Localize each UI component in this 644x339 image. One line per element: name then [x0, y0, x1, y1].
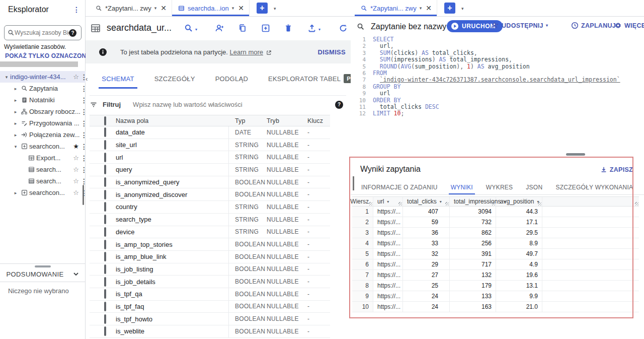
sql-line[interactable]: 7 `indigo-winter-434c726371387.searchcon… — [351, 77, 644, 83]
help-badge-icon[interactable]: ? — [69, 29, 76, 37]
sort-caret-icon[interactable]: ▾ — [387, 199, 389, 204]
search-box[interactable]: ? — [4, 25, 82, 40]
new-tab-button[interactable]: + — [257, 3, 268, 14]
tree-item-notatniki[interactable]: ▸Notatniki⋮ — [0, 94, 86, 106]
tab-query-unsaved[interactable]: *Zapytani... zwy ▾ ✕ — [355, 0, 437, 16]
sql-line[interactable]: 1SELECT — [351, 36, 644, 43]
row-checkbox[interactable] — [104, 202, 106, 212]
row-checkbox[interactable] — [104, 165, 106, 174]
more-vert-icon[interactable]: ⋮ — [73, 7, 78, 12]
row-checkbox[interactable] — [104, 314, 106, 324]
view-tab-szczeg-y[interactable]: SZCZEGÓŁY — [154, 69, 195, 89]
row-checkbox[interactable] — [104, 215, 106, 224]
row-checkbox[interactable] — [104, 289, 106, 299]
tree-item-export-[interactable]: Export...☆⋮ — [0, 152, 86, 164]
expand-arrow-icon[interactable]: ▾ — [3, 75, 10, 80]
export-icon[interactable] — [307, 24, 316, 33]
sql-line[interactable]: 9 url — [351, 90, 644, 97]
sql-line[interactable]: 6FROM — [351, 70, 644, 77]
results-tab-json[interactable]: JSON — [526, 180, 542, 195]
collapse-arrow-icon[interactable]: ▸ — [12, 121, 19, 126]
search-in-table-icon[interactable] — [184, 24, 193, 33]
row-checkbox[interactable] — [104, 127, 106, 137]
results-scrollbar[interactable] — [353, 176, 354, 190]
collapse-arrow-icon[interactable]: ▸ — [12, 98, 19, 103]
search-caret-icon[interactable]: ▾ — [195, 27, 197, 32]
tree-item-searchcon-[interactable]: ▾searchcon...★⋮ — [0, 141, 86, 152]
col-header-total_clicks[interactable]: total_clicks▾ — [403, 197, 450, 206]
col-resize-handle[interactable] — [635, 202, 638, 206]
sql-line[interactable]: 12LIMIT 10; — [351, 110, 644, 117]
close-icon[interactable]: ✕ — [426, 4, 432, 12]
sql-line[interactable]: 5 ROUND(AVG(sum_position), 1) AS avg_pos… — [351, 63, 644, 70]
results-resize-handle[interactable] — [566, 153, 585, 156]
dismiss-button[interactable]: DISMISS — [317, 48, 346, 56]
sql-line[interactable]: 10ORDER BY — [351, 97, 644, 104]
tab-caret-icon[interactable]: ▾ — [154, 6, 157, 11]
row-checkbox[interactable] — [104, 302, 106, 311]
row-checkbox[interactable] — [104, 140, 106, 150]
tabbar-caret-icon[interactable]: ▾ — [274, 6, 276, 16]
show-starred-link[interactable]: POKAŻ TYLKO OZNACZONE G — [5, 52, 97, 59]
share-person-add-icon[interactable] — [214, 24, 224, 33]
more-vert-icon[interactable]: ⋮ — [80, 86, 86, 91]
collapse-arrow-icon[interactable]: ▸ — [12, 109, 19, 114]
col-header-url[interactable]: url▾ — [373, 197, 403, 206]
tree-item-po-czenia-zew-[interactable]: ▸Połączenia zew...⋮ — [0, 129, 86, 141]
select-all-checkbox[interactable] — [104, 116, 106, 125]
collapse-arrow-icon[interactable]: ▸ — [12, 132, 19, 138]
row-checkbox[interactable] — [104, 177, 106, 187]
star-icon[interactable]: ☆ — [71, 166, 80, 173]
col-resize-handle[interactable] — [445, 202, 449, 206]
more-vert-icon[interactable]: ⋮ — [80, 121, 86, 126]
export-caret-icon[interactable]: ▾ — [318, 27, 320, 32]
tree-item-indigo-winter-434-[interactable]: ▾indigo-winter-434...☆⋮ — [0, 71, 86, 83]
tree-item-search-[interactable]: search...☆⋮ — [0, 164, 86, 175]
row-checkbox[interactable] — [104, 190, 106, 199]
chevron-left-icon[interactable]: ‹ — [86, 75, 88, 83]
tab-table-searchdata[interactable]: searchda...ion ▾ ✕ — [172, 0, 250, 16]
refresh-icon[interactable] — [339, 24, 348, 33]
more-vert-icon[interactable]: ⋮ — [80, 156, 86, 161]
results-tab-wyniki[interactable]: WYNIKI — [451, 180, 473, 195]
tree-item-search-[interactable]: search...☆⋮ — [0, 175, 86, 187]
close-icon[interactable]: ✕ — [160, 4, 167, 12]
col-header-total_impressions[interactable]: total_impressions▾ — [450, 197, 496, 206]
row-checkbox[interactable] — [104, 240, 106, 249]
more-vert-icon[interactable]: ⋮ — [80, 132, 86, 138]
results-tab-wykres[interactable]: WYKRES — [486, 180, 513, 195]
share-button[interactable]: UDOSTĘPNIJ ▾ — [491, 22, 548, 29]
collapse-arrow-icon[interactable]: ▸ — [12, 190, 19, 195]
collapse-arrow-icon[interactable]: ▸ — [12, 86, 19, 91]
results-tab-informacje-o-zadaniu[interactable]: INFORMACJE O ZADANIU — [361, 180, 438, 195]
row-checkbox[interactable] — [104, 277, 106, 287]
star-icon[interactable]: ★ — [71, 143, 80, 150]
star-icon[interactable]: ☆ — [71, 189, 80, 196]
row-checkbox[interactable] — [104, 252, 106, 261]
close-icon[interactable]: ✕ — [238, 4, 244, 12]
help-icon[interactable]: ? — [335, 101, 343, 109]
sql-line[interactable]: 11 total_clicks DESC — [351, 104, 644, 110]
more-vert-icon[interactable]: ⋮ — [80, 75, 86, 80]
filter-input[interactable] — [133, 101, 274, 108]
view-tab-podgl-d[interactable]: PODGLĄD — [215, 69, 248, 89]
col-resize-handle[interactable] — [369, 202, 372, 206]
more-vert-icon[interactable]: ⋮ — [80, 109, 86, 114]
tab-caret-icon[interactable]: ▾ — [232, 6, 234, 11]
view-tab-schemat[interactable]: SCHEMAT — [102, 69, 134, 89]
tree-item-przygotowania-[interactable]: ▸Przygotowania ...⋮ — [0, 117, 86, 129]
tree-item-searchcon-[interactable]: ▸searchcon...☆⋮ — [0, 187, 86, 198]
col-header-avg_position[interactable]: avg_position▾ — [496, 197, 542, 206]
star-icon[interactable]: ☆ — [71, 154, 80, 162]
col-resize-handle[interactable] — [492, 202, 495, 206]
more-vert-icon[interactable]: ⋮ — [80, 179, 86, 184]
row-checkbox[interactable] — [104, 264, 106, 274]
more-vert-icon[interactable]: ⋮ — [80, 144, 86, 149]
sql-editor[interactable]: 1SELECT2 url,3 SUM(clicks) AS total_clic… — [351, 36, 644, 151]
tree-item-obszary-robocz-[interactable]: ▸Obszary robocz...⋮ — [0, 106, 86, 117]
sql-line[interactable]: 8GROUP BY — [351, 84, 644, 90]
more-vert-icon[interactable]: ⋮ — [80, 98, 86, 103]
new-tab-button[interactable]: + — [444, 3, 455, 14]
copy-icon[interactable] — [238, 24, 247, 33]
save-results-button[interactable]: ZAPISZ — [600, 166, 633, 173]
